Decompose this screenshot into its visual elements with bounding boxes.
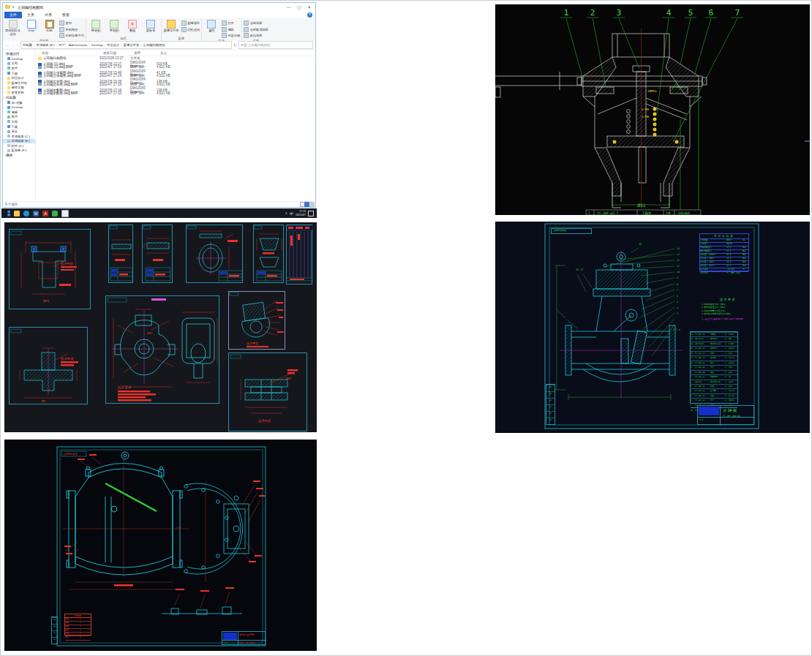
taskbar-clock[interactable]: 17:192021/4/7 (296, 210, 306, 216)
minimize-button[interactable]: — (287, 5, 291, 10)
sidebar-item[interactable]: 本地磁盘 (E:) (3, 139, 35, 144)
breadcrumb-segment[interactable]: Administrator (69, 43, 91, 47)
history-button[interactable]: 历史记录 (222, 33, 240, 38)
easy-access-button[interactable]: 轻松访问 (181, 27, 200, 32)
new-folder-button[interactable]: 新建文件夹 (163, 19, 180, 33)
tab-share[interactable]: 共享 (40, 12, 57, 18)
part-sheet-pin2[interactable] (142, 225, 173, 283)
breadcrumb-segment[interactable]: 此电脑 (23, 43, 35, 47)
refresh-icon[interactable]: ↻ (233, 42, 237, 48)
sidebar-item[interactable]: 本地磁盘 (C:) (3, 134, 35, 139)
tray-caret-icon[interactable]: ∧ (285, 211, 287, 215)
taskbar-edge-icon[interactable] (23, 211, 29, 216)
open-button[interactable]: 打开 (222, 20, 240, 26)
sidebar-item[interactable]: 3D 对象 (3, 100, 35, 105)
taskbar-word-icon[interactable]: W (33, 211, 39, 216)
paste-shortcut-icon (59, 33, 64, 38)
tab-file[interactable]: 文件 (4, 12, 22, 18)
sidebar-item[interactable]: 音乐 (3, 129, 35, 134)
part-sheet-bonnet[interactable]: 技术要求 (228, 291, 285, 350)
sidebar-item[interactable]: 文档 (3, 61, 35, 67)
breadcrumb[interactable]: 此电脑本地磁盘 (E:)用户AdministratorDesktop毕业设计新建… (20, 41, 232, 49)
ime-indicator[interactable]: 中 (290, 211, 293, 216)
part-sheet-seat[interactable] (253, 225, 284, 283)
delete-button[interactable]: ×删除 (124, 19, 141, 33)
tab-view[interactable]: 查看 (57, 12, 75, 18)
sidebar-quick-access[interactable]: 快速访问 (6, 52, 19, 56)
taskbar-notepad-icon[interactable] (61, 210, 69, 217)
sidebar-item[interactable]: 下载 (3, 71, 35, 76)
help-icon[interactable]: ? (307, 12, 312, 18)
breadcrumb-segment[interactable]: 用户 (59, 43, 68, 47)
sidebar-item[interactable]: Desktop (3, 105, 35, 110)
copy-button[interactable]: 复制 (23, 19, 40, 33)
sidebar-item[interactable]: 文档 (3, 119, 35, 124)
svg-text:Ø51: Ø51 (147, 331, 153, 335)
invert-selection-button[interactable]: 反向选择 (244, 33, 268, 38)
part-sheet-partslist[interactable] (286, 225, 312, 284)
move-to-button[interactable]: 移动到 (88, 19, 105, 33)
sidebar-item[interactable]: 毕业设计 (3, 75, 35, 80)
close-button[interactable]: ✕ (307, 5, 311, 10)
copy-to-button[interactable]: 复制到 (106, 19, 123, 33)
paste-button[interactable]: 粘贴 (41, 19, 58, 33)
taskbar-explorer-icon[interactable] (14, 211, 20, 216)
drawing-name: 旋启式止回阀 (239, 633, 254, 636)
svg-text:技术要求: 技术要求 (246, 342, 258, 345)
quick-access-toolbar[interactable]: ▾ (12, 5, 14, 9)
part-sheet-disc[interactable]: 技术要求 M8 (9, 327, 88, 404)
pin-icon (9, 20, 18, 29)
edit-button[interactable]: 编辑 (222, 27, 240, 32)
ime-floating-bar[interactable] (304, 202, 315, 207)
up-button[interactable]: ↑ (17, 43, 19, 48)
breadcrumb-segment[interactable]: 止回阀结构图纸 (143, 43, 165, 47)
breadcrumb-segment[interactable]: 本地磁盘 (E:) (36, 43, 58, 47)
back-button[interactable]: ← (5, 43, 10, 48)
copy-path-button[interactable]: 复制路径 (59, 27, 84, 32)
breadcrumb-segment[interactable]: 新建文件夹 (124, 43, 143, 47)
search-input[interactable]: 搜索"止回阀结构图纸" (238, 41, 313, 49)
sidebar-item[interactable]: 软件 (D:) (3, 143, 35, 148)
forward-button[interactable]: → (11, 43, 15, 48)
sidebar-item[interactable]: 参考资料 (3, 90, 35, 95)
part-sheet-gasket[interactable] (186, 225, 243, 283)
callout-number-column: 14131211109876543 (677, 246, 680, 317)
notification-icon[interactable] (308, 211, 314, 216)
table-row[interactable]: 止回阀装配图.dwg.BMP 2021/4/7 17:10 BMP 文件 4,6… (36, 91, 315, 95)
breadcrumb-segment[interactable]: 毕业设计 (107, 43, 123, 47)
part-sheet-pin1[interactable] (108, 225, 133, 283)
sidebar-item[interactable]: 图片 (3, 115, 35, 120)
sidebar-item[interactable]: 最终文稿 (3, 86, 35, 91)
sidebar-item[interactable]: 视频 (3, 110, 35, 115)
sidebar-network[interactable]: 网络 (6, 154, 12, 157)
maximize-button[interactable]: ▢ (297, 5, 301, 10)
sidebar-item[interactable]: 新加卷 (F:) (3, 148, 35, 154)
exploded-valve-drawing: 38MPa 4-M8 4-M8 1 2 3 4 5 6 7 Ø51 7.5 7 … (495, 4, 810, 215)
paste-shortcut-button[interactable]: 粘贴快捷方式 (59, 33, 84, 38)
sidebar-item[interactable]: 图片 (3, 66, 35, 71)
cut-button[interactable]: 剪切 (59, 20, 84, 26)
taskbar-wechat-icon[interactable] (52, 211, 58, 216)
pin-to-quick-access-button[interactable]: 固定到快速访问 (4, 19, 21, 36)
new-item-button[interactable]: 新建项目 (181, 20, 200, 26)
start-button[interactable] (4, 211, 10, 216)
sidebar-item[interactable]: 新建文件夹 (3, 80, 35, 86)
select-all-button[interactable]: 全部选择 (244, 20, 268, 26)
part-sheet-bracket[interactable]: 技术要求 Ø65 (9, 229, 91, 309)
explorer-window: ▾ 止回阀结构图纸 — ▢ ✕ 文件 主页 共享 查看 ? 固定到快速访问 复制… (2, 2, 316, 208)
sidebar-item[interactable]: 下载 (3, 124, 35, 129)
column-headers[interactable]: 名称修改日期类型大小 (36, 50, 315, 56)
sidebar-item[interactable]: Desktop (3, 56, 35, 61)
title-bar[interactable]: ▾ 止回阀结构图纸 — ▢ ✕ (3, 3, 315, 11)
tab-home[interactable]: 主页 (22, 12, 40, 18)
breadcrumb-segment[interactable]: Desktop (91, 43, 106, 47)
taskbar-autocad-icon[interactable]: A (42, 211, 48, 216)
sidebar-this-pc[interactable]: 此电脑 (6, 96, 16, 99)
svg-text:M8: M8 (42, 399, 46, 403)
part-sheet-valve-body[interactable]: Ø51 技术要求 (105, 295, 219, 404)
rename-button[interactable]: 重命名 (143, 19, 159, 33)
properties-button[interactable]: 属性 (203, 19, 220, 33)
file-list: 名称修改日期类型大小 止回阀结构图纸 2021/3/28 13:27 文件夹 (36, 50, 315, 202)
part-sheet-flange[interactable]: Ø65 技术要求 (228, 352, 307, 431)
select-none-button[interactable]: 全部取消选择 (244, 27, 268, 32)
